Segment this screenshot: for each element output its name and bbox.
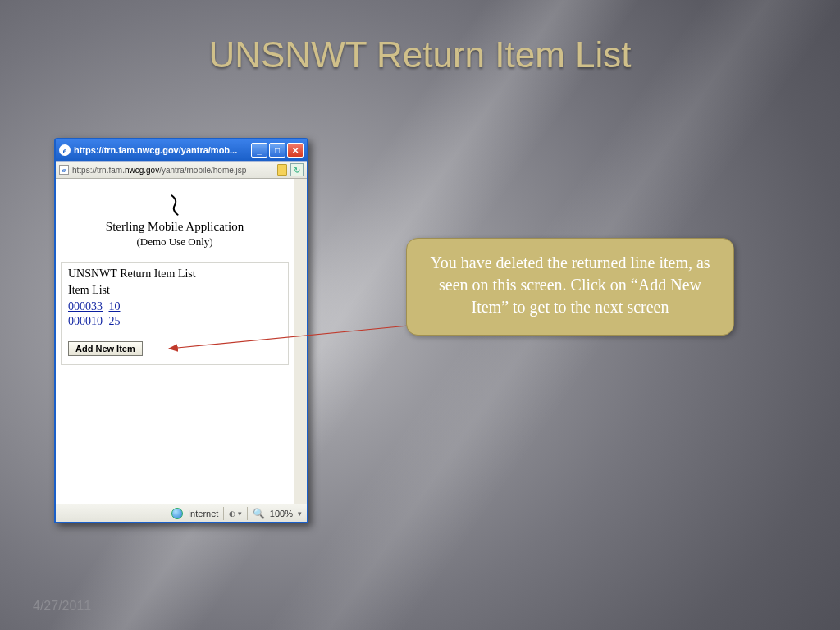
list-item: 000033 10 (68, 300, 281, 313)
slide-date: 4/27/2011 (33, 599, 91, 614)
close-button[interactable]: ✕ (287, 143, 304, 158)
address-bar: e https://trn.fam.nwcg.gov/yantra/mobile… (56, 161, 307, 179)
browser-window: e https://trn.fam.nwcg.gov/yantra/mob...… (54, 138, 308, 523)
callout-text: You have deleted the returned line item,… (430, 253, 710, 316)
panel-subtitle: Item List (68, 284, 281, 297)
url-post: /yantra/mobile/home.jsp (159, 166, 246, 175)
security-zone: Internet (188, 509, 218, 518)
item-list-panel: UNSNWT Return Item List Item List 000033… (61, 262, 289, 365)
window-titlebar: e https://trn.fam.nwcg.gov/yantra/mob...… (56, 139, 307, 161)
slide-title: UNSNWT Return Item List (0, 34, 840, 75)
app-subtitle: (Demo Use Only) (56, 235, 294, 249)
app-header: Sterling Mobile Application (Demo Use On… (56, 179, 294, 258)
add-new-item-button[interactable]: Add New Item (68, 341, 143, 356)
item-qty-link[interactable]: 10 (109, 300, 121, 313)
zoom-icon: 🔍 (253, 508, 265, 519)
window-title: https://trn.fam.nwcg.gov/yantra/mob... (74, 145, 248, 155)
url-pre: https://trn.fam. (72, 166, 125, 175)
zoom-level: 100% (270, 509, 293, 518)
app-logo-icon (167, 194, 182, 217)
zoom-dropdown-icon[interactable]: ▾ (298, 509, 302, 518)
instruction-callout: You have deleted the returned line item,… (406, 238, 734, 336)
item-qty-link[interactable]: 25 (109, 315, 121, 327)
status-bar: Internet ◐ ▾ 🔍 100% ▾ (56, 504, 307, 522)
slide: UNSNWT Return Item List e https://trn.fa… (0, 0, 840, 630)
window-buttons: _ □ ✕ (251, 143, 304, 158)
scroll-down-button[interactable]: ▼ (294, 491, 307, 504)
protected-mode-icon[interactable]: ◐ ▾ (229, 509, 242, 518)
item-id-link[interactable]: 000033 (68, 300, 103, 313)
app-title: Sterling Mobile Application (56, 220, 294, 234)
ie-icon: e (59, 144, 71, 156)
item-id-link[interactable]: 000010 (68, 315, 103, 327)
url-domain: nwcg.gov (125, 166, 159, 175)
browser-content: ▲ ▼ Sterling Mobile Application (Demo Us… (56, 179, 307, 504)
lock-icon (277, 164, 287, 176)
globe-icon (171, 508, 183, 519)
page-icon: e (59, 165, 69, 175)
panel-title: UNSNWT Return Item List (68, 267, 281, 281)
refresh-button[interactable]: ↻ (290, 163, 304, 176)
list-item: 000010 25 (68, 315, 281, 328)
scroll-up-button[interactable]: ▲ (294, 179, 307, 192)
maximize-button[interactable]: □ (269, 143, 285, 158)
minimize-button[interactable]: _ (251, 143, 267, 158)
url-text[interactable]: https://trn.fam.nwcg.gov/yantra/mobile/h… (72, 166, 274, 175)
